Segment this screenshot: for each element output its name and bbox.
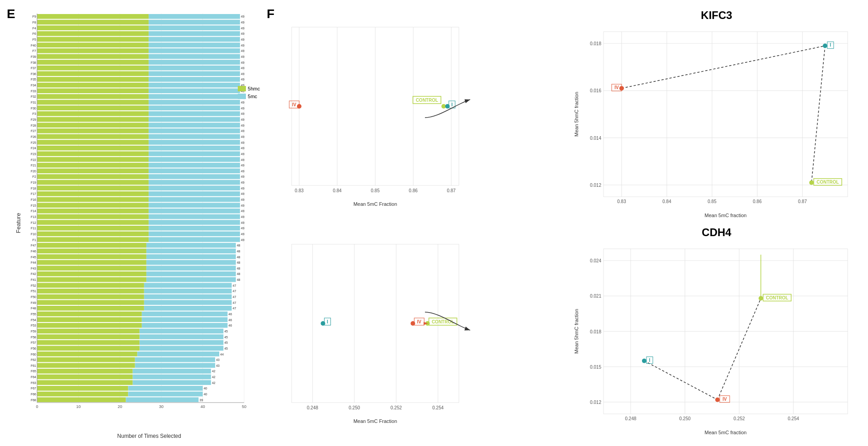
legend-label-5hmc: 5hmc	[248, 86, 260, 91]
svg-text:42: 42	[212, 381, 216, 384]
right-panel: KIFC3 0.830.840.850.860.870.0120.0140.01…	[570, 5, 863, 441]
svg-text:49: 49	[241, 118, 245, 121]
svg-text:45: 45	[224, 347, 228, 350]
svg-rect-185	[146, 260, 236, 265]
svg-text:F32: F32	[31, 95, 36, 98]
svg-text:49: 49	[241, 66, 245, 70]
arrow-bottom	[420, 308, 475, 335]
svg-rect-265	[133, 375, 211, 380]
svg-text:0.254: 0.254	[432, 405, 443, 410]
svg-text:F63: F63	[31, 381, 36, 384]
svg-text:F39: F39	[31, 55, 36, 58]
legend-color-5mc	[238, 94, 246, 99]
svg-rect-45	[149, 60, 240, 65]
svg-text:Mean 5hmC fraction: Mean 5hmC fraction	[574, 92, 579, 137]
svg-rect-72	[37, 100, 149, 105]
svg-rect-152	[37, 214, 149, 219]
svg-text:F1: F1	[33, 238, 36, 242]
svg-rect-48	[37, 66, 149, 71]
svg-rect-80	[37, 111, 149, 116]
svg-text:F56: F56	[31, 347, 36, 350]
svg-rect-140	[37, 197, 149, 202]
svg-text:0.85: 0.85	[708, 199, 717, 204]
svg-text:F15: F15	[31, 204, 36, 207]
svg-text:F50: F50	[31, 295, 36, 299]
svg-text:49: 49	[241, 44, 245, 47]
svg-rect-133	[149, 185, 240, 190]
svg-rect-20	[37, 25, 149, 30]
svg-text:49: 49	[241, 135, 245, 138]
svg-rect-244	[37, 346, 140, 351]
svg-text:F24: F24	[31, 147, 36, 150]
svg-text:45: 45	[224, 330, 228, 333]
svg-rect-56	[37, 77, 149, 82]
arrow-top	[420, 95, 475, 122]
svg-text:0.250: 0.250	[349, 405, 360, 410]
svg-rect-193	[146, 271, 236, 276]
svg-rect-200	[37, 283, 144, 288]
svg-rect-52	[37, 71, 149, 76]
svg-rect-96	[37, 134, 149, 139]
svg-rect-224	[37, 317, 142, 322]
svg-rect-205	[144, 289, 232, 294]
svg-rect-104	[37, 146, 149, 151]
svg-text:49: 49	[241, 72, 245, 76]
svg-text:Mean 5mC fraction: Mean 5mC fraction	[705, 213, 747, 218]
svg-rect-165	[149, 232, 240, 237]
svg-text:42: 42	[212, 370, 216, 373]
svg-rect-264	[37, 375, 133, 380]
svg-text:0: 0	[36, 404, 38, 409]
svg-rect-148	[37, 209, 149, 214]
svg-text:F11: F11	[31, 227, 36, 230]
svg-rect-37	[149, 48, 240, 53]
svg-text:0.83: 0.83	[617, 199, 626, 204]
svg-rect-253	[135, 357, 215, 362]
svg-text:0.254: 0.254	[788, 416, 799, 421]
svg-text:48: 48	[237, 244, 241, 247]
svg-text:F29: F29	[31, 118, 36, 121]
svg-rect-141	[149, 197, 240, 202]
svg-rect-121	[149, 168, 240, 173]
svg-text:42: 42	[212, 375, 216, 379]
svg-text:48: 48	[237, 261, 241, 264]
svg-text:49: 49	[241, 27, 245, 30]
svg-rect-232	[37, 329, 140, 334]
svg-rect-61	[149, 83, 240, 88]
svg-text:F44: F44	[31, 261, 36, 264]
svg-text:49: 49	[241, 101, 245, 104]
svg-text:49: 49	[241, 38, 245, 41]
svg-rect-60	[37, 83, 149, 88]
svg-rect-145	[149, 203, 240, 208]
svg-text:F62: F62	[31, 358, 36, 361]
svg-text:49: 49	[241, 181, 245, 184]
svg-text:IV: IV	[614, 85, 619, 90]
svg-text:F5: F5	[33, 38, 36, 41]
svg-text:F59: F59	[31, 330, 36, 333]
svg-rect-229	[142, 323, 228, 328]
svg-text:0.250: 0.250	[679, 416, 690, 421]
svg-rect-249	[137, 351, 219, 356]
kifc3-plot: KIFC3 0.830.840.850.860.870.0120.0140.01…	[572, 9, 861, 217]
svg-rect-81	[149, 111, 240, 116]
svg-text:49: 49	[241, 175, 245, 178]
svg-rect-189	[146, 266, 236, 270]
svg-text:F61: F61	[31, 364, 36, 367]
svg-text:F34: F34	[31, 84, 36, 87]
svg-text:F45: F45	[31, 256, 36, 259]
svg-text:CONTROL: CONTROL	[766, 295, 788, 300]
svg-text:0.021: 0.021	[590, 294, 601, 299]
svg-rect-204	[37, 289, 144, 294]
svg-rect-208	[37, 294, 144, 299]
svg-rect-248	[37, 351, 137, 356]
svg-line-351	[622, 46, 825, 88]
svg-text:49: 49	[241, 221, 245, 224]
svg-text:F68: F68	[31, 399, 36, 402]
svg-text:F3: F3	[33, 112, 36, 115]
svg-point-354	[823, 43, 827, 48]
svg-rect-184	[37, 260, 146, 265]
svg-text:49: 49	[241, 147, 245, 150]
svg-rect-261	[133, 369, 211, 374]
svg-rect-41	[149, 54, 240, 59]
svg-text:49: 49	[241, 227, 245, 230]
main-container: E Feature 01020304050F949F849F449F649F54…	[0, 0, 868, 446]
